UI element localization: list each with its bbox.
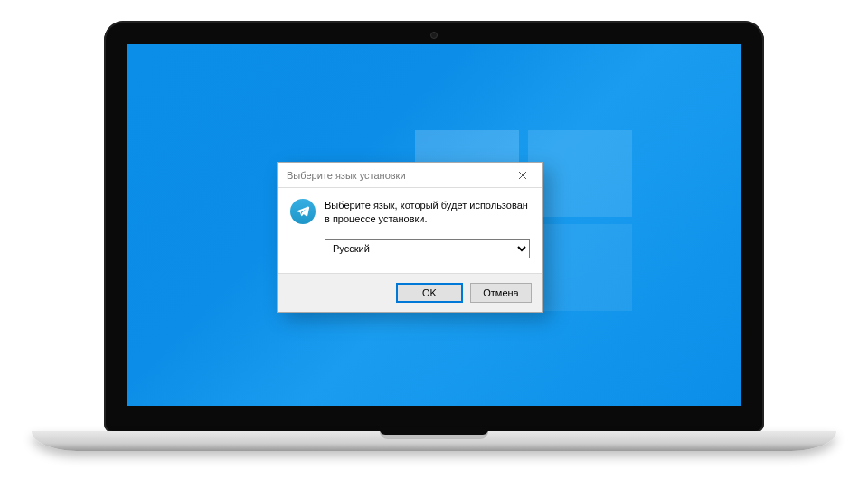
- close-icon: [518, 171, 527, 180]
- laptop-camera: [430, 32, 438, 39]
- telegram-icon: [290, 199, 316, 224]
- paper-plane-icon: [296, 204, 310, 219]
- laptop-screen-frame: Выберите язык установки Выберите язык, к…: [104, 21, 764, 433]
- dialog-body: Выберите язык, который будет использован…: [278, 188, 542, 273]
- dialog-message: Выберите язык, который будет использован…: [325, 199, 530, 226]
- cancel-button[interactable]: Отмена: [470, 283, 532, 303]
- language-select[interactable]: Русский: [325, 239, 530, 258]
- laptop-mockup: Выберите язык установки Выберите язык, к…: [104, 21, 764, 458]
- dialog-title: Выберите язык установки: [287, 170, 406, 181]
- language-select-dialog: Выберите язык установки Выберите язык, к…: [277, 162, 543, 313]
- close-button[interactable]: [506, 163, 539, 187]
- laptop-base: [104, 431, 764, 458]
- dialog-titlebar: Выберите язык установки: [278, 163, 542, 188]
- desktop-wallpaper: Выберите язык установки Выберите язык, к…: [127, 44, 741, 406]
- dialog-footer: OK Отмена: [278, 273, 542, 312]
- ok-button[interactable]: OK: [396, 283, 463, 303]
